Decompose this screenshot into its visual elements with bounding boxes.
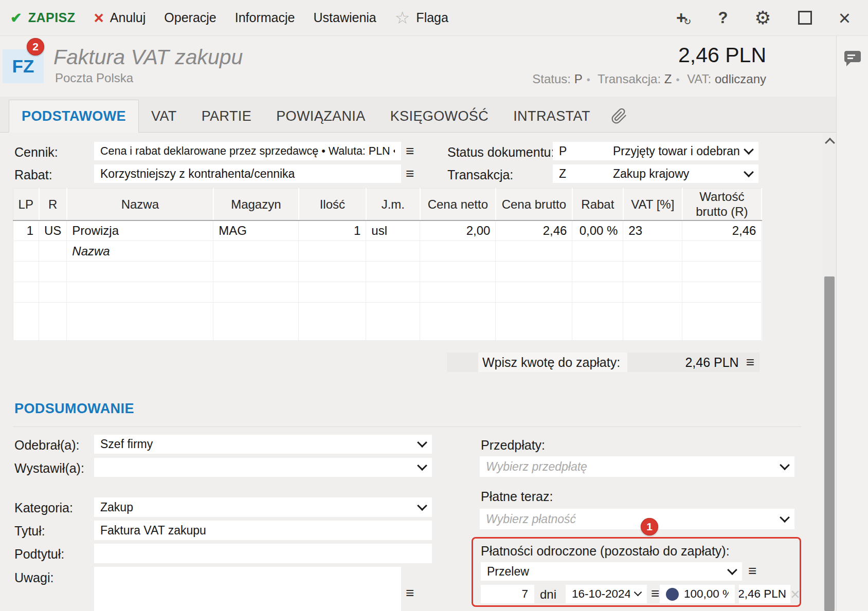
cell-empty[interactable] (420, 262, 496, 282)
cell-wartosc-brutto[interactable]: 2,46 (682, 220, 762, 241)
cell-empty[interactable] (366, 262, 420, 282)
cell-empty[interactable] (366, 241, 420, 262)
przedplaty-select[interactable]: Wybierz przedpłatę (480, 456, 794, 477)
podtytul-input[interactable] (94, 544, 432, 563)
cell-empty[interactable] (496, 282, 572, 303)
odebral-select[interactable]: Szef firmy (94, 435, 432, 454)
cell-nazwa-placeholder[interactable]: Nazwa (67, 241, 213, 262)
cell-empty[interactable] (496, 241, 572, 262)
cell-empty[interactable] (299, 282, 366, 303)
cell-rabat[interactable]: 0,00 % (572, 220, 623, 241)
tab-podstawowe[interactable]: PODSTAWOWE (9, 100, 139, 133)
cell-empty[interactable] (299, 262, 366, 282)
pay-amount-value[interactable]: 2,46 PLN (685, 355, 738, 370)
cell-empty[interactable] (623, 282, 682, 303)
cell-empty[interactable] (39, 282, 67, 303)
settings-menu[interactable]: Ustawienia (313, 10, 376, 25)
cell-empty[interactable] (213, 282, 299, 303)
cell-empty[interactable] (623, 241, 682, 262)
cell-empty[interactable] (39, 262, 67, 282)
cennik-field[interactable]: Cena i rabat deklarowane przez sprzedawc… (94, 142, 401, 160)
status-dokumentu-select[interactable]: P Przyjęty towar i odebrane us (553, 142, 758, 160)
tytul-input[interactable]: Faktura VAT zakupu (94, 521, 432, 540)
cell-empty[interactable] (67, 303, 213, 341)
comments-button[interactable] (844, 50, 861, 69)
cell-empty[interactable] (682, 303, 762, 341)
uwagi-menu-icon[interactable]: ≡ (406, 586, 414, 600)
cell-empty[interactable] (496, 262, 572, 282)
tab-partie[interactable]: PARTIE (189, 100, 264, 132)
cell-empty[interactable] (420, 282, 496, 303)
odebral-value: Szef firmy (100, 437, 413, 451)
new-document-button[interactable]: + ↻ (676, 8, 691, 28)
scrollbar-thumb[interactable] (824, 276, 835, 611)
cell-empty[interactable] (13, 303, 39, 341)
col-header-rabat: Rabat (572, 189, 623, 220)
cennik-menu-icon[interactable]: ≡ (406, 144, 414, 158)
cell-empty[interactable] (299, 241, 366, 262)
cell-empty[interactable] (682, 262, 762, 282)
cell-lp[interactable]: 1 (13, 220, 39, 241)
flag-button[interactable]: ☆ Flaga (395, 9, 448, 26)
cell-empty[interactable] (13, 262, 39, 282)
cell-empty[interactable] (299, 303, 366, 341)
cell-empty[interactable] (420, 241, 496, 262)
transakcja-code: Z (559, 167, 613, 181)
cell-empty[interactable] (572, 241, 623, 262)
cell-empty[interactable] (39, 241, 67, 262)
cell-empty[interactable] (496, 303, 572, 341)
cell-cena-brutto[interactable]: 2,46 (496, 220, 572, 241)
tab-ksiegowosc[interactable]: KSIĘGOWOŚĆ (378, 100, 501, 132)
cell-empty[interactable] (213, 241, 299, 262)
cell-empty[interactable] (420, 303, 496, 341)
cancel-button[interactable]: × Anuluj (94, 9, 146, 26)
document-amount: 2,46 PLN (678, 43, 766, 67)
rabat-menu-icon[interactable]: ≡ (406, 166, 414, 181)
tab-vat[interactable]: VAT (139, 100, 189, 132)
cell-empty[interactable] (13, 282, 39, 303)
cell-empty[interactable] (572, 262, 623, 282)
cell-empty[interactable] (572, 282, 623, 303)
cell-ilosc[interactable]: 1 (299, 220, 366, 241)
cell-empty[interactable] (213, 262, 299, 282)
cell-empty[interactable] (366, 303, 420, 341)
tab-intrastat[interactable]: INTRASTAT (501, 100, 603, 132)
maximize-button[interactable] (798, 11, 812, 25)
close-button[interactable]: × (839, 8, 851, 28)
cell-jm[interactable]: usl (366, 220, 420, 241)
wystawil-select[interactable] (94, 458, 432, 477)
uwagi-textarea[interactable] (94, 567, 401, 611)
pay-amount-menu-icon[interactable]: ≡ (746, 355, 754, 369)
cell-empty[interactable] (682, 241, 762, 262)
cancel-button-label: Anuluj (110, 10, 146, 25)
cell-empty[interactable] (572, 303, 623, 341)
document-status-line: Status: P• Transakcja: Z• VAT: odliczany (532, 72, 766, 86)
cell-empty[interactable] (67, 282, 213, 303)
attachments-button[interactable] (611, 100, 627, 132)
help-button[interactable]: ? (718, 9, 728, 27)
cell-empty[interactable] (67, 262, 213, 282)
cell-empty[interactable] (623, 262, 682, 282)
cell-empty[interactable] (682, 282, 762, 303)
cell-magazyn[interactable]: MAG (213, 220, 299, 241)
cell-empty[interactable] (39, 303, 67, 341)
tab-powiazania[interactable]: POWIĄZANIA (264, 100, 378, 132)
information-menu[interactable]: Informacje (235, 10, 295, 25)
scroll-up-arrow-icon[interactable] (825, 138, 835, 148)
save-button[interactable]: ✔ ZAPISZ (10, 10, 76, 26)
cell-vat[interactable]: 23 (623, 220, 682, 241)
cell-empty[interactable] (213, 303, 299, 341)
rabat-field[interactable]: Korzystniejszy z kontrahenta/cennika (94, 164, 401, 183)
cell-empty[interactable] (13, 241, 39, 262)
cell-empty[interactable] (366, 282, 420, 303)
transakcja-select[interactable]: Z Zakup krajowy (553, 164, 758, 183)
window-settings-button[interactable]: ⚙ (754, 7, 771, 29)
operations-menu[interactable]: Operacje (164, 10, 216, 25)
kategoria-select[interactable]: Zakup (94, 497, 432, 517)
cell-nazwa[interactable]: Prowizja (67, 220, 213, 241)
cell-empty[interactable] (623, 303, 682, 341)
platnosc-select[interactable]: Wybierz płatność (480, 509, 794, 529)
cell-cena-netto[interactable]: 2,00 (420, 220, 496, 241)
cell-r[interactable]: US (39, 220, 67, 241)
tab-bar: PODSTAWOWE VAT PARTIE POWIĄZANIA KSIĘGOW… (0, 97, 836, 133)
